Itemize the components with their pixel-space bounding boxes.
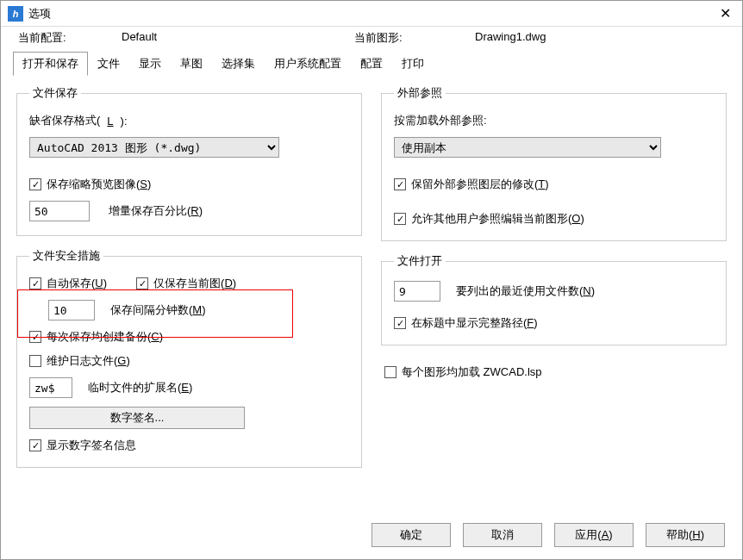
- allow-edit-checkbox[interactable]: 允许其他用户参照编辑当前图形(O): [394, 211, 584, 227]
- external-ref-group: 外部参照 按需加载外部参照: 使用副本 保留外部参照图层的修改(T) 允许其他用…: [381, 85, 727, 241]
- file-save-group: 文件保存 缺省保存格式(L): AutoCAD 2013 图形 (*.dwg) …: [16, 85, 362, 236]
- on-demand-select[interactable]: 使用副本: [394, 137, 661, 158]
- tab-7[interactable]: 打印: [392, 52, 434, 76]
- temp-ext-input[interactable]: [29, 377, 72, 398]
- app-icon: h: [8, 6, 23, 22]
- incremental-save-input[interactable]: [29, 201, 90, 221]
- close-icon[interactable]: ✕: [715, 5, 735, 22]
- external-ref-legend: 外部参照: [394, 85, 446, 101]
- tab-0[interactable]: 打开和保存: [13, 52, 88, 76]
- on-demand-label: 按需加载外部参照:: [394, 113, 714, 128]
- recent-count-label: 要列出的最近使用文件数(N): [456, 283, 595, 299]
- window-title: 选项: [28, 6, 715, 22]
- default-format-label: 缺省保存格式(L):: [29, 113, 349, 128]
- drawing-label: 当前图形:: [354, 30, 475, 46]
- default-format-select[interactable]: AutoCAD 2013 图形 (*.dwg): [29, 137, 279, 158]
- profile-value: Default: [122, 30, 157, 46]
- show-signature-checkbox[interactable]: 显示数字签名信息: [29, 438, 136, 453]
- digital-signature-button[interactable]: 数字签名...: [29, 407, 245, 429]
- recent-count-input[interactable]: [394, 281, 440, 302]
- cancel-button[interactable]: 取消: [463, 523, 542, 547]
- maintain-log-checkbox[interactable]: 维护日志文件(G): [29, 353, 130, 369]
- help-button[interactable]: 帮助(H): [646, 523, 725, 547]
- save-thumbnail-checkbox[interactable]: 保存缩略预览图像(S): [29, 177, 151, 192]
- backup-each-checkbox[interactable]: 每次保存均创建备份(C): [29, 329, 163, 345]
- tab-2[interactable]: 显示: [129, 52, 171, 76]
- interval-label: 保存间隔分钟数(M): [110, 302, 206, 318]
- drawing-value: Drawing1.dwg: [475, 30, 546, 46]
- retain-changes-checkbox[interactable]: 保留外部参照图层的修改(T): [394, 177, 549, 192]
- tab-1[interactable]: 文件: [88, 52, 129, 76]
- temp-ext-label: 临时文件的扩展名(E): [88, 380, 192, 395]
- autosave-checkbox[interactable]: 自动保存(U): [29, 276, 107, 291]
- incremental-save-label: 增量保存百分比(R): [109, 203, 203, 219]
- file-safety-legend: 文件安全措施: [29, 248, 103, 264]
- file-open-group: 文件打开 要列出的最近使用文件数(N) 在标题中显示完整路径(F): [381, 253, 727, 345]
- tab-3[interactable]: 草图: [171, 52, 212, 76]
- tab-4[interactable]: 选择集: [212, 52, 265, 76]
- load-lsp-checkbox[interactable]: 每个图形均加载 ZWCAD.lsp: [384, 364, 542, 380]
- profile-label: 当前配置:: [18, 30, 122, 46]
- file-open-legend: 文件打开: [394, 253, 446, 269]
- tab-5[interactable]: 用户系统配置: [265, 52, 351, 76]
- interval-input[interactable]: [48, 300, 95, 320]
- ok-button[interactable]: 确定: [372, 523, 451, 547]
- apply-button[interactable]: 应用(A): [554, 523, 634, 547]
- tab-6[interactable]: 配置: [351, 52, 392, 76]
- show-full-path-checkbox[interactable]: 在标题中显示完整路径(F): [394, 315, 538, 331]
- file-safety-group: 文件安全措施 自动保存(U) 仅保存当前图(D) 保存间隔分钟数(M): [16, 248, 362, 468]
- file-save-legend: 文件保存: [29, 85, 81, 101]
- only-current-checkbox[interactable]: 仅保存当前图(D): [136, 276, 236, 291]
